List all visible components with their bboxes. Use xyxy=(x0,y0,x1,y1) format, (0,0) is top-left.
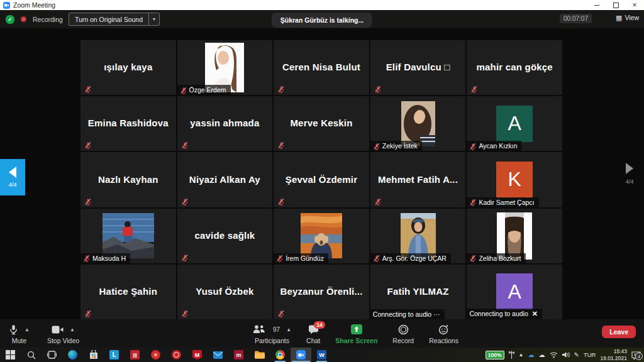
participant-tile[interactable]: Hatice Şahin xyxy=(80,265,176,319)
taskbar-app-mail[interactable] xyxy=(208,348,228,362)
taskbar-app-m-red[interactable]: m xyxy=(228,348,249,362)
taskbar-app-lenovo-vantage[interactable]: ||| xyxy=(125,348,145,362)
battery-indicator[interactable]: 100% xyxy=(486,351,504,359)
participant-label: İrem Gündüz xyxy=(274,253,328,263)
participant-tile[interactable]: Yusuf Özbek xyxy=(177,265,273,319)
participant-tile[interactable]: Mehmet Fatih A... xyxy=(370,152,466,207)
hidden-icons-chevron[interactable]: ▲ xyxy=(519,353,524,358)
connecting-audio-status: Connecting to audio ··· xyxy=(370,309,445,319)
chevron-down-icon[interactable]: ▼ xyxy=(148,13,159,25)
recording-indicator-icon xyxy=(20,16,27,23)
share-screen-icon xyxy=(351,324,362,334)
participant-tile[interactable]: Niyazi Alkan Ay xyxy=(177,152,273,207)
participant-tile[interactable]: Arş. Gör. Özge UÇAR xyxy=(370,209,466,263)
view-button[interactable]: ▦ View xyxy=(616,14,639,21)
maximize-button[interactable] xyxy=(606,0,625,10)
system-tray: 100% ▲ ☁ ☁ ✎ TUR 15:43 19.01.2021 xyxy=(486,348,644,361)
participant-tile[interactable]: A Aycan Kızkın xyxy=(467,96,562,151)
mail-icon xyxy=(213,351,223,359)
mic-muted-icon xyxy=(84,309,92,316)
participants-count: 97 xyxy=(273,326,280,333)
participant-label: Zeliha Bozkurt xyxy=(467,253,525,263)
tray-date: 19.01.2021 xyxy=(600,355,627,361)
participant-tile[interactable]: mahir can gökçe xyxy=(467,40,562,95)
participant-tile[interactable]: K Kadir Samet Çapcı xyxy=(467,152,562,207)
participant-tile[interactable]: yassin ahmada xyxy=(177,96,273,151)
cloud-icon[interactable]: ☁ xyxy=(539,352,545,358)
participant-name: Fatih YILMAZ xyxy=(384,286,453,298)
next-page-button[interactable]: 4/4 xyxy=(620,163,639,185)
participant-tile[interactable]: Emina Rashidova xyxy=(80,96,176,151)
leave-button[interactable]: Leave xyxy=(602,326,636,338)
encryption-shield-icon[interactable]: ✓ xyxy=(6,15,14,24)
language-indicator[interactable]: TUR xyxy=(584,351,596,358)
previous-page-button[interactable]: 4/4 xyxy=(0,159,25,195)
participant-tile[interactable]: cavide sağlık xyxy=(177,209,273,263)
pen-icon[interactable]: ✎ xyxy=(574,352,579,358)
share-screen-button[interactable]: Share Screen xyxy=(335,324,377,344)
participant-tile[interactable]: Nazlı Kayhan xyxy=(80,152,176,207)
participant-name: İrem Gündüz xyxy=(286,255,324,262)
taskbar-app-file-explorer[interactable] xyxy=(249,348,270,362)
taskbar-app-edge[interactable] xyxy=(62,348,83,362)
participant-tile[interactable]: Zekiye İstek xyxy=(370,96,466,151)
participant-name: Beyzanur Örenli... xyxy=(276,286,366,298)
participant-tile[interactable]: Ceren Nisa Bulut xyxy=(274,40,369,95)
taskbar-app-red-dial[interactable] xyxy=(166,348,187,362)
mic-muted-icon xyxy=(469,143,476,150)
mcafee-shield-icon: M xyxy=(192,350,202,359)
original-sound-button[interactable]: Turn on Original Sound ▼ xyxy=(69,13,160,26)
title-bar: Zoom Meeting ✕ xyxy=(0,0,644,10)
task-view-button[interactable] xyxy=(42,348,62,362)
taskbar-app-l[interactable]: L xyxy=(104,348,125,362)
search-button[interactable] xyxy=(21,348,42,362)
chevron-up-icon[interactable]: ▲ xyxy=(70,327,75,332)
onedrive-cloud-icon[interactable]: ☁ xyxy=(528,352,535,358)
start-button[interactable] xyxy=(0,348,21,362)
mic-muted-icon xyxy=(84,197,92,204)
participant-tile[interactable]: Merve Keskin xyxy=(274,96,369,151)
minimize-button[interactable] xyxy=(587,0,606,10)
taskbar-app-zoom[interactable] xyxy=(291,348,311,362)
chevron-up-icon[interactable]: ▲ xyxy=(286,327,291,332)
participant-name: Şevval Özdemir xyxy=(282,174,362,186)
participant-tile[interactable]: ışılay kaya xyxy=(80,40,176,95)
participant-tile[interactable]: Elif Davulcu □ xyxy=(370,40,466,95)
close-button[interactable]: ✕ xyxy=(625,0,644,10)
action-center-button[interactable]: 4 xyxy=(631,351,641,359)
taskbar-app-red-snowflake[interactable]: ✳ xyxy=(145,348,166,362)
taskbar-app-word[interactable]: W xyxy=(311,348,332,362)
word-icon: W xyxy=(317,350,326,359)
participant-tile[interactable]: A Connecting to audio ✕ xyxy=(467,265,562,319)
mic-muted-icon xyxy=(374,197,382,204)
mic-muted-icon xyxy=(277,140,285,148)
participant-name: Özge Erdem xyxy=(189,86,226,94)
taskbar-app-store[interactable] xyxy=(83,348,104,362)
chevron-up-icon[interactable]: ▲ xyxy=(25,327,30,332)
record-button[interactable]: Record xyxy=(392,324,414,344)
participant-tile[interactable]: İrem Gündüz xyxy=(274,209,369,263)
chat-button[interactable]: 14 Chat xyxy=(306,324,320,344)
wifi-icon[interactable] xyxy=(550,352,558,358)
mute-button[interactable]: ▲ Mute xyxy=(9,324,30,344)
usb-plug-icon[interactable] xyxy=(509,351,514,359)
stop-video-button[interactable]: ▲ Stop Video xyxy=(47,324,79,344)
participant-avatar: K xyxy=(496,162,533,198)
reactions-button[interactable]: Reactions xyxy=(429,324,458,344)
edge-icon xyxy=(68,350,77,359)
taskbar-app-chrome[interactable] xyxy=(270,348,291,362)
participant-tile[interactable]: Beyzanur Örenli... xyxy=(274,265,369,319)
participant-tile[interactable]: Şevval Özdemir xyxy=(274,152,369,207)
l-app-icon: L xyxy=(109,350,119,359)
participant-tile[interactable]: Özge Erdem xyxy=(177,40,273,95)
taskbar-app-mcafee[interactable]: M xyxy=(187,348,208,362)
red-bars-app-icon: ||| xyxy=(130,350,140,359)
mic-muted-icon xyxy=(181,140,189,148)
participant-tile[interactable]: Zeliha Bozkurt xyxy=(467,209,562,263)
participant-tile[interactable]: Maksuda H xyxy=(80,209,176,263)
taskbar-clock[interactable]: 15:43 19.01.2021 xyxy=(600,348,627,361)
participant-tile[interactable]: Fatih YILMAZ Connecting to audio ··· xyxy=(370,265,466,319)
close-icon[interactable]: ✕ xyxy=(532,310,538,318)
participants-button[interactable]: 97 ▲ Participants xyxy=(253,324,291,344)
speaker-icon[interactable] xyxy=(562,351,570,358)
